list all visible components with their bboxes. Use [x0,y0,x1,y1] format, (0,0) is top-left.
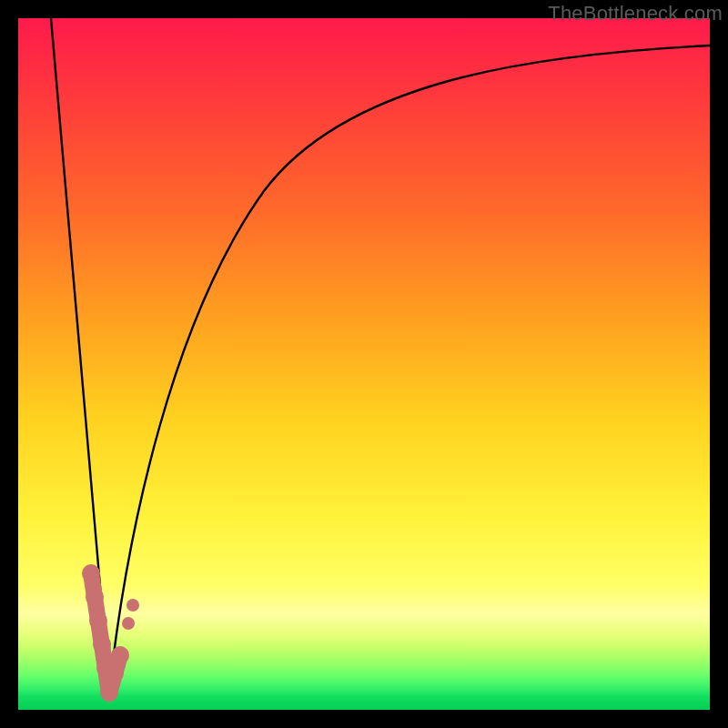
plot-area [18,18,710,710]
scatter-dot [86,588,104,606]
scatter-dot [82,564,100,582]
scatter-dot [106,664,124,682]
curve-right-branch [109,46,710,692]
scatter-dot [93,635,111,653]
chart-svg [18,18,710,710]
chart-frame: TheBottleneck.com [0,0,728,728]
scatter-dot [100,682,118,701]
scatter-dot [89,612,107,630]
scatter-dot [122,617,135,630]
scatter-dot [126,599,139,612]
watermark-text: TheBottleneck.com [548,2,723,25]
scatter-dot [111,646,129,664]
